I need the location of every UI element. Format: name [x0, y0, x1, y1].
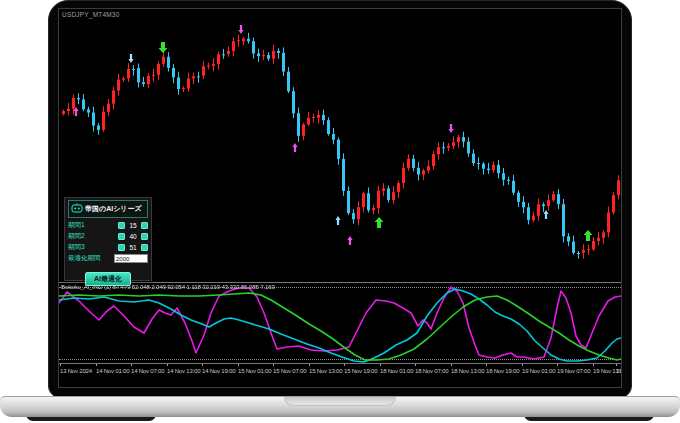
candle-body	[282, 53, 285, 72]
time-axis-label: 13 Nov 2024	[60, 368, 92, 374]
candle-body	[247, 39, 250, 42]
time-axis[interactable]: 13 Nov 202414 Nov 01:0014 Nov 07:0014 No…	[59, 364, 621, 387]
candle-body	[427, 166, 430, 171]
signal-arrow-up	[584, 230, 593, 241]
period2-increment-button[interactable]	[141, 233, 148, 240]
candle-body	[552, 194, 555, 200]
laptop-bezel: USDJPY_MT4M30 帝国のAIシリーズ	[48, 0, 632, 398]
period2-decrement-button[interactable]	[118, 233, 125, 240]
candle-body	[612, 195, 615, 212]
optimization-row: 最適化期間	[68, 253, 148, 264]
candle-body	[122, 78, 125, 79]
signal-arrow-up	[335, 216, 340, 225]
oscillator-canvas[interactable]	[59, 283, 621, 363]
candle-body	[432, 154, 435, 166]
candle-body	[87, 109, 90, 112]
candle-body	[487, 169, 490, 171]
period1-decrement-button[interactable]	[118, 222, 125, 229]
period3-increment-button[interactable]	[141, 244, 148, 251]
axis-tick	[486, 364, 487, 366]
candle-body	[82, 99, 85, 109]
candle-body	[317, 115, 320, 118]
candle-body	[117, 80, 120, 91]
period1-row: 期間1 15	[68, 220, 148, 231]
candle-body	[572, 242, 575, 254]
candle-body	[537, 204, 540, 215]
price-chart-pane[interactable]: USDJPY_MT4M30 帝国のAIシリーズ	[59, 9, 621, 282]
signal-arrow-down	[448, 124, 453, 133]
time-axis-label: 14 Nov 07:00	[131, 368, 164, 374]
candle-body	[302, 125, 305, 136]
time-axis-label: 15 Nov 01:00	[238, 368, 271, 374]
candle-body	[452, 142, 455, 146]
chart-window-title: USDJPY_MT4M30	[62, 11, 120, 18]
axis-tick	[415, 364, 416, 366]
candle-body	[567, 236, 570, 241]
optimization-period-label: 最適化期間	[68, 254, 112, 263]
candle-body	[137, 68, 140, 82]
candle-body	[347, 191, 350, 213]
optimization-period-input[interactable]	[114, 254, 148, 263]
axis-tick	[451, 364, 452, 366]
candle-body	[442, 147, 445, 148]
candle-body	[402, 168, 405, 183]
candle-body	[507, 180, 510, 181]
candle-body	[97, 126, 100, 130]
period3-label: 期間3	[68, 243, 116, 252]
signal-arrow-down	[159, 42, 168, 53]
period3-decrement-button[interactable]	[118, 244, 125, 251]
panel-title: 帝国のAIシリーズ	[85, 204, 142, 214]
candle-body	[147, 76, 150, 84]
ai-optimize-button[interactable]: AI最適化	[85, 272, 131, 286]
candle-body	[407, 159, 410, 168]
candle-body	[152, 75, 155, 76]
time-axis-label: 15 Nov 13:00	[309, 368, 342, 374]
candle-body	[607, 213, 610, 233]
candle-body	[197, 76, 200, 77]
candle-body	[422, 171, 425, 175]
candle-body	[232, 41, 235, 51]
candle-body	[437, 147, 440, 154]
candle-body	[577, 253, 580, 254]
candle-body	[392, 192, 395, 200]
period3-row: 期間3 51	[68, 242, 148, 253]
axis-tick	[273, 364, 274, 366]
candle-body	[227, 51, 230, 54]
panel-header: 帝国のAIシリーズ	[68, 200, 148, 218]
candle-body	[412, 159, 415, 168]
candle-body	[292, 91, 295, 113]
candle-body	[287, 72, 290, 92]
candle-body	[222, 54, 225, 55]
candle-body	[62, 111, 65, 114]
candle-body	[337, 140, 340, 159]
oscillator-pane[interactable]: Bokoku_AI_IND (1) 87.479 52.048 2.049 92…	[59, 283, 621, 363]
candle-body	[617, 180, 620, 195]
signal-arrow-up	[543, 210, 548, 219]
axis-tick	[167, 364, 168, 366]
oscillator-line-mid	[59, 289, 621, 362]
ai-indicator-panel: 帝国のAIシリーズ 期間1 15 期間2 40 期間3 51	[64, 197, 152, 281]
time-axis-label: 19	[616, 368, 622, 374]
time-axis-label: 15 Nov 19:00	[344, 368, 377, 374]
period1-label: 期間1	[68, 221, 116, 230]
candle-body	[167, 57, 170, 68]
candle-body	[562, 204, 565, 236]
time-axis-label: 18 Nov 19:00	[486, 368, 519, 374]
candle-body	[172, 68, 175, 78]
candle-body	[397, 183, 400, 192]
candle-body	[602, 232, 605, 238]
candle-body	[597, 238, 600, 241]
time-axis-label: 19 Nov 07:00	[557, 368, 590, 374]
candle-body	[477, 163, 480, 164]
candle-body	[242, 39, 245, 42]
period2-row: 期間2 40	[68, 231, 148, 242]
signal-arrow-down	[238, 25, 243, 34]
candle-body	[557, 194, 560, 204]
candle-body	[497, 165, 500, 173]
candle-body	[357, 207, 360, 219]
candle-body	[492, 165, 495, 170]
signal-arrow-up	[375, 217, 384, 228]
laptop-lid-notch	[284, 397, 396, 406]
period1-increment-button[interactable]	[141, 222, 148, 229]
candle-body	[212, 64, 215, 66]
